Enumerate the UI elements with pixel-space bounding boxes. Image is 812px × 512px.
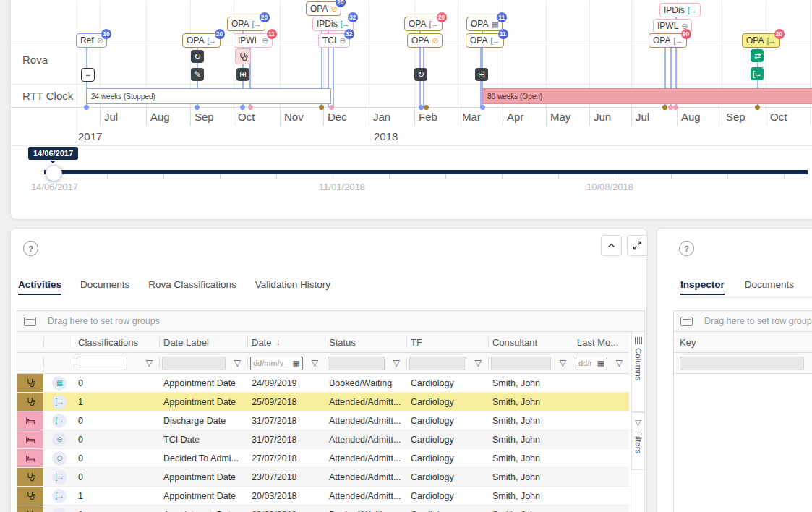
timeline-canvas: Rova RTT Clock 14/06/2017 14/06/2017 11/… bbox=[1, 1, 812, 219]
sync-icon[interactable]: ↻ bbox=[414, 68, 427, 81]
collapse-button[interactable] bbox=[601, 235, 622, 256]
activity-row[interactable]: [→1Appointment Date20/03/2018Attended/Ad… bbox=[17, 487, 629, 505]
side-tab-filters[interactable]: ▽ Filters bbox=[631, 412, 644, 470]
rtt-clock-bar[interactable]: 80 weeks (Open) bbox=[482, 88, 812, 104]
timeline-event-chip[interactable]: OPA▦11 bbox=[466, 17, 503, 31]
activity-row[interactable]: ▦0Appointment Date20/03/2018Booked/Waiti… bbox=[17, 505, 629, 512]
calendar-plus-icon[interactable]: ⊞ bbox=[475, 68, 488, 81]
bed-icon bbox=[17, 430, 43, 448]
month-label: Jun bbox=[594, 111, 611, 123]
filter-cell: ▽ bbox=[406, 353, 488, 373]
column-header[interactable]: Last Mo... bbox=[573, 332, 629, 352]
filter-funnel-icon[interactable]: ▽ bbox=[312, 358, 318, 368]
timeline-event-chip[interactable]: OPA[→20 bbox=[182, 33, 221, 48]
date-filter-placeholder: dd/mm/y bbox=[253, 359, 283, 367]
expand-button[interactable] bbox=[627, 235, 648, 256]
tab-rova-classifications[interactable]: Rova Classifications bbox=[148, 279, 236, 295]
column-header[interactable]: Status bbox=[325, 332, 406, 352]
exit-icon: [→ bbox=[766, 37, 775, 45]
filter-funnel-icon[interactable]: ▽ bbox=[393, 358, 400, 368]
activity-row[interactable]: [→0Discharge Date31/07/2018Attended/Admi… bbox=[17, 411, 629, 430]
key-column-header[interactable]: Key bbox=[680, 337, 696, 348]
transfer-icon[interactable]: ⇄ bbox=[751, 49, 764, 62]
date-label-cell: Appointment Date bbox=[159, 374, 247, 392]
filter-funnel-icon[interactable]: ▽ bbox=[475, 358, 482, 368]
timeline-event-chip[interactable]: OPA[→20 bbox=[742, 33, 780, 48]
bed-icon bbox=[17, 449, 43, 467]
rtt-clock-bar[interactable]: 24 weeks (Stopped) bbox=[86, 88, 331, 104]
timeline-event-chip[interactable]: IPDis[→ bbox=[659, 3, 701, 17]
activity-row[interactable]: ▦0Appointment Date24/09/2019Booked/Waiti… bbox=[17, 374, 629, 393]
tab-documents[interactable]: Documents bbox=[80, 279, 129, 295]
timeline-event-chip[interactable]: OPA[→20 bbox=[404, 17, 443, 31]
stethoscope-icon[interactable] bbox=[235, 48, 251, 64]
grid-hline bbox=[11, 84, 812, 85]
side-tab-columns[interactable]: Columns bbox=[631, 331, 644, 412]
timeline-event-chip[interactable]: OPA⊘20 bbox=[306, 1, 341, 16]
timeline-event-chip[interactable]: TCI⊖32 bbox=[318, 33, 350, 48]
status-cell: Attended/Admitt... bbox=[325, 468, 406, 486]
activity-row[interactable]: [→0Appointment Date23/07/2018Attended/Ad… bbox=[17, 468, 629, 487]
column-header[interactable]: Consultant bbox=[488, 332, 573, 352]
row-group-dropzone[interactable]: Drag here to set row groups bbox=[674, 311, 812, 332]
classifications-filter-input[interactable] bbox=[77, 357, 127, 370]
inspector-grid: Drag here to set row groups Key bbox=[673, 310, 812, 512]
row-group-dropzone[interactable]: Drag here to set row groups bbox=[17, 311, 644, 332]
slider-track[interactable] bbox=[44, 170, 808, 174]
timeline-event-chip[interactable]: OPA[→20 bbox=[227, 17, 265, 31]
filter-funnel-icon[interactable]: ▽ bbox=[616, 358, 623, 368]
activity-type-cell bbox=[17, 411, 43, 430]
calendar-plus-icon[interactable]: ⊞ bbox=[236, 68, 249, 81]
slash-orange-icon: ⊘ bbox=[432, 37, 437, 45]
event-dot bbox=[424, 105, 429, 110]
timeline-event-chip[interactable]: Ref⊘10 bbox=[76, 33, 107, 48]
key-filter-input[interactable] bbox=[680, 357, 804, 370]
slash-orange-icon: ⊘ bbox=[330, 5, 336, 13]
month-tick bbox=[100, 107, 101, 126]
date-filter-input[interactable]: dd/mm/y▦ bbox=[250, 357, 303, 370]
timeline-event-chip[interactable]: OPA[→11 bbox=[466, 33, 504, 48]
pencil-icon[interactable]: ✎ bbox=[191, 68, 204, 81]
column-header[interactable]: TF bbox=[406, 332, 488, 352]
tabbar-divider bbox=[679, 297, 812, 298]
filter-funnel-icon[interactable]: ▽ bbox=[560, 358, 566, 368]
date-cell: 27/07/2018 bbox=[247, 449, 325, 467]
timeline-event-chip[interactable]: OPA⊘ bbox=[407, 33, 443, 48]
exit-icon: [→ bbox=[673, 37, 682, 45]
filter-funnel-icon[interactable]: ▽ bbox=[234, 358, 241, 368]
slider-tick bbox=[671, 174, 672, 179]
minus-icon[interactable]: − bbox=[81, 68, 95, 82]
activity-row[interactable]: [→1Appointment Date25/09/2018Attended/Ad… bbox=[17, 393, 629, 411]
timeline-event-chip[interactable]: OPA[→90 bbox=[649, 33, 687, 48]
rtt-clock-bar-label: 24 weeks (Stopped) bbox=[91, 93, 155, 101]
column-header[interactable]: Date↓ bbox=[247, 332, 325, 352]
exit-icon[interactable]: [→ bbox=[751, 67, 764, 80]
sync-icon[interactable]: ↻ bbox=[191, 50, 204, 63]
event-type-cell: [→ bbox=[43, 393, 74, 411]
help-icon[interactable]: ? bbox=[23, 241, 38, 256]
slider-handle[interactable] bbox=[46, 165, 62, 182]
month-label: Sep bbox=[195, 111, 214, 123]
event-chip-label: OPA bbox=[411, 35, 429, 46]
tab-validation-history[interactable]: Validation History bbox=[255, 279, 330, 295]
column-header[interactable]: Classifications bbox=[74, 332, 159, 352]
filter-funnel-icon[interactable]: ▽ bbox=[146, 358, 153, 368]
tab-activities[interactable]: Activities bbox=[18, 279, 61, 295]
event-dot bbox=[480, 105, 485, 110]
event-count-badge: 20 bbox=[336, 0, 346, 7]
timeline-event-chip[interactable]: IPWL⊖11 bbox=[234, 33, 273, 48]
tab-inspector[interactable]: Inspector bbox=[680, 279, 725, 295]
activity-row[interactable]: ⊖0Decided To Admi...27/07/2018Attended/A… bbox=[17, 449, 629, 468]
help-icon[interactable]: ? bbox=[679, 241, 694, 256]
column-header[interactable]: Date Label bbox=[159, 332, 247, 352]
activity-row[interactable]: ⊖0TCI Date31/07/2018Attended/Admitt...Ca… bbox=[17, 430, 629, 449]
timeline-panel: Rova RTT Clock 14/06/2017 14/06/2017 11/… bbox=[10, 0, 812, 220]
sort-descending-icon: ↓ bbox=[275, 337, 280, 347]
status-cell: Booked/Waiting bbox=[325, 505, 406, 512]
expand-icon bbox=[633, 241, 642, 250]
slider-tick bbox=[220, 174, 221, 179]
calendar-icon: ▦ bbox=[293, 359, 300, 368]
lastmod-filter-input[interactable]: dd/r▦ bbox=[576, 357, 607, 370]
column-header-label: Date bbox=[252, 337, 271, 348]
tab-inspector-documents[interactable]: Documents bbox=[745, 279, 794, 295]
